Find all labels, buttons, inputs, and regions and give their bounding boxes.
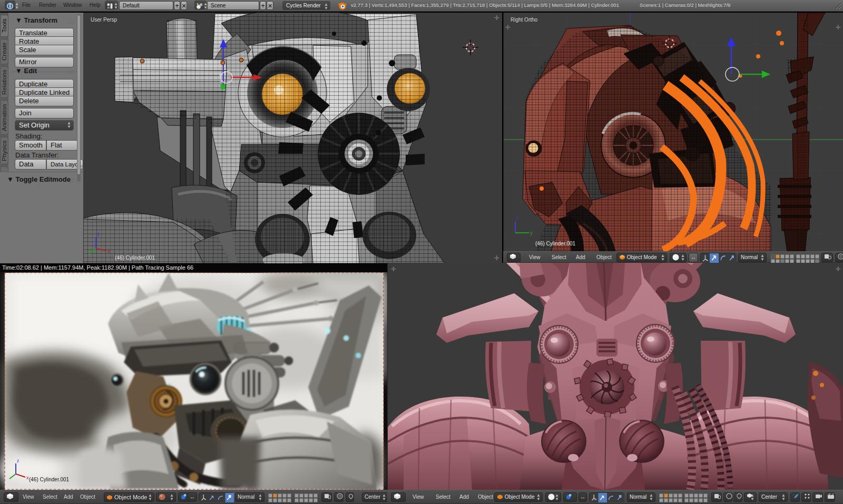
svg-text:✛: ✛ <box>494 254 499 262</box>
svg-text:✛: ✛ <box>505 24 511 31</box>
svg-text:✛: ✛ <box>391 265 396 273</box>
svg-text:✛: ✛ <box>836 24 841 31</box>
svg-text:✛: ✛ <box>836 265 841 273</box>
svg-text:x: x <box>107 248 110 254</box>
svg-text:y: y <box>530 230 533 236</box>
svg-text:z: z <box>17 458 19 463</box>
svg-text:z: z <box>97 231 100 237</box>
svg-text:z: z <box>516 215 519 221</box>
svg-text:✛: ✛ <box>494 14 499 22</box>
